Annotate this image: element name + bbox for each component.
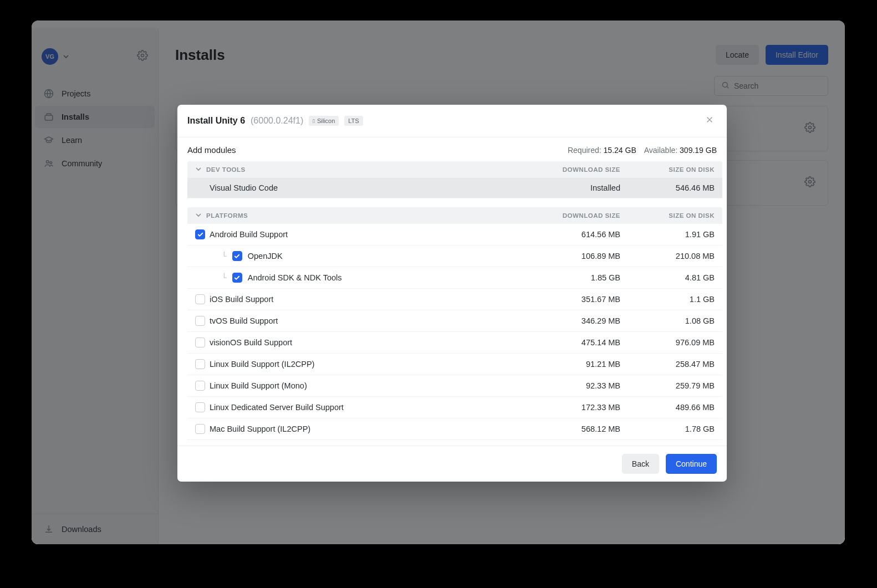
module-name: Android SDK & NDK Tools [248, 273, 342, 282]
apple-icon:  [313, 118, 315, 124]
module-size-on-disk: 210.08 MB [620, 252, 715, 260]
column-download-size: DOWNLOAD SIZE [521, 212, 620, 219]
required-value: 15.24 GB [604, 146, 636, 155]
module-checkbox[interactable] [195, 424, 205, 434]
module-download-size: 346.29 MB [521, 316, 620, 325]
module-name: visionOS Build Support [210, 338, 292, 347]
module-row[interactable]: Linux Build Support (IL2CPP) 91.21 MB 25… [187, 354, 722, 375]
module-checkbox[interactable] [195, 229, 205, 239]
modal-version: (6000.0.24f1) [251, 116, 303, 126]
module-name: tvOS Build Support [210, 316, 278, 325]
module-download-size: 172.33 MB [521, 403, 620, 412]
required-label: Required: [568, 146, 601, 155]
available-value: 309.19 GB [680, 146, 717, 155]
column-size-on-disk: SIZE ON DISK [620, 212, 715, 219]
chevron-down-icon [191, 166, 206, 173]
module-checkbox[interactable] [195, 402, 205, 412]
module-size-on-disk: 1.08 GB [620, 316, 715, 325]
module-checkbox[interactable] [195, 316, 205, 326]
chevron-down-icon [191, 212, 206, 219]
module-row[interactable]: Linux Build Support (Mono) 92.33 MB 259.… [187, 375, 722, 397]
module-name: Linux Dedicated Server Build Support [210, 403, 344, 412]
module-checkbox[interactable] [232, 251, 242, 261]
module-row[interactable]: iOS Build Support 351.67 MB 1.1 GB [187, 289, 722, 310]
app-window: VG Projects [32, 21, 845, 544]
back-button[interactable]: Back [622, 454, 659, 474]
module-download-size: 92.33 MB [521, 381, 620, 390]
module-download-size: 475.14 MB [521, 338, 620, 347]
module-name: Linux Build Support (IL2CPP) [210, 360, 314, 369]
tree-branch-icon: └ [222, 252, 227, 260]
silicon-chip:  Silicon [309, 116, 339, 126]
modules-list[interactable]: DEV TOOLS DOWNLOAD SIZE SIZE ON DISK Vis… [177, 161, 726, 446]
available-label: Available: [644, 146, 677, 155]
module-row[interactable]: Linux Dedicated Server Build Support 172… [187, 397, 722, 418]
section-header-platforms[interactable]: PLATFORMS DOWNLOAD SIZE SIZE ON DISK [187, 207, 722, 224]
module-checkbox[interactable] [195, 359, 205, 369]
module-download-size: 91.21 MB [521, 360, 620, 369]
module-size-on-disk: 546.46 MB [620, 183, 715, 192]
module-download-size: 1.85 GB [521, 273, 620, 282]
tree-branch-icon: └ [222, 273, 227, 282]
module-size-on-disk: 489.66 MB [620, 403, 715, 412]
module-size-on-disk: 258.47 MB [620, 360, 715, 369]
module-row[interactable]: └ OpenJDK 106.89 MB 210.08 MB [187, 246, 722, 267]
module-row[interactable]: Visual Studio Code Installed 546.46 MB [187, 178, 722, 198]
section-title: DEV TOOLS [206, 166, 521, 173]
module-size-on-disk: 1.91 GB [620, 230, 715, 239]
module-name: Android Build Support [210, 230, 288, 239]
module-checkbox[interactable] [232, 273, 242, 283]
modal-backdrop: Install Unity 6 (6000.0.24f1)  Silicon … [32, 21, 845, 544]
module-checkbox[interactable] [195, 381, 205, 391]
module-row[interactable]: └ Android SDK & NDK Tools 1.85 GB 4.81 G… [187, 267, 722, 289]
close-button[interactable] [705, 115, 715, 127]
module-download-size: Installed [521, 183, 620, 192]
module-download-size: 614.56 MB [521, 230, 620, 239]
module-size-on-disk: 4.81 GB [620, 273, 715, 282]
module-download-size: 568.12 MB [521, 425, 620, 433]
module-download-size: 351.67 MB [521, 295, 620, 304]
column-size-on-disk: SIZE ON DISK [620, 166, 715, 173]
section-header-devtools[interactable]: DEV TOOLS DOWNLOAD SIZE SIZE ON DISK [187, 161, 722, 178]
module-checkbox[interactable] [195, 294, 205, 304]
module-row[interactable]: visionOS Build Support 475.14 MB 976.09 … [187, 332, 722, 354]
module-size-on-disk: 259.79 MB [620, 381, 715, 390]
modal-title: Install Unity 6 [187, 116, 245, 126]
section-title: PLATFORMS [206, 212, 521, 219]
module-name: Visual Studio Code [210, 183, 521, 192]
modal-subheader: Add modules [187, 145, 236, 155]
module-name: Linux Build Support (Mono) [210, 381, 307, 390]
module-name: Mac Build Support (IL2CPP) [210, 425, 310, 433]
module-name: OpenJDK [248, 252, 283, 260]
continue-button[interactable]: Continue [666, 454, 717, 474]
module-row[interactable]: Mac Build Support (IL2CPP) 568.12 MB 1.7… [187, 418, 722, 440]
column-download-size: DOWNLOAD SIZE [521, 166, 620, 173]
module-size-on-disk: 1.1 GB [620, 295, 715, 304]
lts-chip: LTS [344, 116, 363, 126]
module-row[interactable]: tvOS Build Support 346.29 MB 1.08 GB [187, 310, 722, 332]
module-size-on-disk: 1.78 GB [620, 425, 715, 433]
module-row[interactable]: Android Build Support 614.56 MB 1.91 GB [187, 224, 722, 246]
module-size-on-disk: 976.09 MB [620, 338, 715, 347]
install-modules-modal: Install Unity 6 (6000.0.24f1)  Silicon … [177, 105, 727, 482]
module-name: iOS Build Support [210, 295, 273, 304]
module-checkbox[interactable] [195, 338, 205, 347]
module-download-size: 106.89 MB [521, 252, 620, 260]
